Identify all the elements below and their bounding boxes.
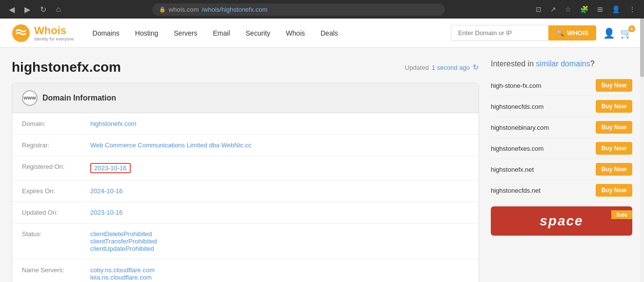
- address-bar[interactable]: 🔒 whois.com /whois/highstonefx.com: [152, 3, 445, 16]
- nav-email[interactable]: Email: [206, 25, 237, 41]
- info-card-title: Domain Information: [42, 94, 116, 102]
- field-value-registrar: Web Commerce Communications Limited dba …: [90, 135, 479, 156]
- buy-now-button[interactable]: Buy Now: [596, 163, 632, 176]
- field-label-registrar: Registrar:: [12, 135, 90, 156]
- field-value-name-servers: coby.ns.cloudflare.com leia.ns.cloudflar…: [90, 260, 479, 282]
- nameserver-2: leia.ns.cloudflare.com: [90, 274, 469, 281]
- similar-domain-row: highstonefx.net Buy Now: [491, 159, 632, 180]
- nav-security[interactable]: Security: [239, 25, 278, 41]
- similar-domain-name: highstonefxes.com: [491, 145, 543, 152]
- domain-link[interactable]: highstonefx.com: [90, 120, 137, 127]
- sale-banner[interactable]: space Sale: [491, 206, 632, 236]
- status-line-2: clientTransferProhibited: [90, 238, 469, 245]
- sale-badge: Sale: [611, 210, 632, 219]
- field-label-domain: Domain:: [12, 113, 90, 135]
- domain-title-row: highstonefx.com Updated 1 second ago ↻: [12, 60, 479, 75]
- back-button[interactable]: ◀: [6, 3, 18, 16]
- updated-highlight: 1: [432, 64, 435, 71]
- home-button[interactable]: ⌂: [53, 3, 64, 16]
- browser-chrome: ◀ ▶ ↻ ⌂ 🔒 whois.com /whois/highstonefx.c…: [0, 0, 644, 19]
- registered-date: 2023-10-16: [90, 163, 131, 173]
- field-label-updated-on: Updated On:: [12, 202, 90, 223]
- table-row: Domain: highstonefx.com: [12, 113, 479, 135]
- table-row: Registrar: Web Commerce Communications L…: [12, 135, 479, 156]
- status-line-3: clientUpdateProhibited: [90, 245, 469, 252]
- buy-now-button[interactable]: Buy Now: [596, 79, 632, 92]
- buy-now-button[interactable]: Buy Now: [596, 184, 632, 197]
- url-base: whois.com: [169, 6, 199, 13]
- nav-domains[interactable]: Domains: [86, 25, 126, 41]
- lock-icon: 🔒: [159, 6, 166, 13]
- extensions-icon[interactable]: 🧩: [578, 4, 591, 15]
- title-interested: Interested in: [491, 60, 534, 68]
- field-value-expires-on: 2024-10-16: [90, 181, 479, 202]
- similar-domain-row: highstonefxes.com Buy Now: [491, 138, 632, 159]
- search-button[interactable]: 🔍 WHOIS: [548, 25, 596, 40]
- search-button-label: WHOIS: [567, 29, 588, 37]
- url-path: /whois/highstonefx.com: [201, 6, 267, 13]
- similar-domain-row: highstonecfds.net Buy Now: [491, 180, 632, 201]
- similar-domain-name: highstonebinary.com: [491, 124, 549, 131]
- logo-text: Whois: [34, 24, 66, 37]
- similar-domain-name: high-stone-fx.com: [491, 82, 541, 89]
- field-value-status: clientDeleteProhibited clientTransferPro…: [90, 223, 479, 260]
- nav-deals[interactable]: Deals: [314, 25, 345, 41]
- field-value-domain: highstonefx.com: [90, 113, 479, 135]
- share-icon[interactable]: ↗: [548, 4, 559, 15]
- profile-icon[interactable]: 👤: [609, 4, 623, 15]
- site-header: Whois Identity for everyone Domains Host…: [0, 19, 644, 48]
- field-label-registered-on: Registered On:: [12, 156, 90, 181]
- logo-subtext: Identity for everyone: [34, 37, 74, 41]
- field-value-updated-on: 2023-10-16: [90, 202, 479, 223]
- reload-button[interactable]: ↻: [37, 3, 49, 16]
- main-content: highstonefx.com Updated 1 second ago ↻ W…: [0, 48, 644, 282]
- refresh-icon[interactable]: ↻: [473, 63, 479, 72]
- nav-servers[interactable]: Servers: [167, 25, 204, 41]
- similar-domain-name: highstonecfds.com: [491, 103, 543, 110]
- left-panel: highstonefx.com Updated 1 second ago ↻ W…: [12, 60, 479, 282]
- bookmark-icon[interactable]: ☆: [563, 4, 574, 15]
- similar-domain-row: highstonebinary.com Buy Now: [491, 117, 632, 138]
- cart-badge: 0: [628, 25, 635, 32]
- user-icon[interactable]: 👤: [603, 27, 615, 39]
- nameserver-1: coby.ns.cloudflare.com: [90, 266, 469, 274]
- search-icon: 🔍: [556, 29, 564, 37]
- scrollbar-thumb[interactable]: [640, 19, 644, 77]
- buy-now-button[interactable]: Buy Now: [596, 142, 632, 155]
- header-icons: 👤 🛒 0: [603, 27, 632, 39]
- similar-domain-name: highstonecfds.net: [491, 187, 541, 194]
- title-suffix: ?: [590, 60, 595, 68]
- table-row: Name Servers: coby.ns.cloudflare.com lei…: [12, 260, 479, 282]
- updated-prefix: Updated: [405, 64, 429, 71]
- info-table: Domain: highstonefx.com Registrar: Web C…: [12, 113, 479, 282]
- updated-link[interactable]: 1 second ago: [432, 64, 470, 71]
- www-icon: WWW: [22, 90, 38, 106]
- similar-domain-row: high-stone-fx.com Buy Now: [491, 75, 632, 96]
- main-nav: Domains Hosting Servers Email Security W…: [86, 25, 451, 41]
- registrar-link[interactable]: Web Commerce Communications Limited dba …: [90, 141, 251, 149]
- field-label-expires-on: Expires On:: [12, 181, 90, 202]
- translate-icon[interactable]: ⊡: [533, 4, 544, 15]
- buy-now-button[interactable]: Buy Now: [596, 121, 632, 134]
- similar-domains-title: Interested in similar domains?: [491, 60, 632, 68]
- similar-domain-row: highstonecfds.com Buy Now: [491, 96, 632, 117]
- logo-icon: [12, 24, 30, 42]
- table-row: Registered On: 2023-10-16: [12, 156, 479, 181]
- similar-domains-list: high-stone-fx.com Buy Now highstonecfds.…: [491, 75, 632, 201]
- search-input[interactable]: [451, 25, 548, 41]
- cart-icon[interactable]: 🛒 0: [620, 27, 632, 39]
- title-similar: similar domains: [536, 60, 590, 68]
- header-search: 🔍 WHOIS: [451, 25, 596, 41]
- split-icon[interactable]: ⊞: [595, 4, 605, 15]
- menu-icon[interactable]: ⋮: [626, 4, 638, 15]
- forward-button[interactable]: ▶: [21, 3, 33, 16]
- field-label-status: Status:: [12, 223, 90, 260]
- logo[interactable]: Whois Identity for everyone: [12, 24, 74, 42]
- nav-whois[interactable]: Whois: [279, 25, 312, 41]
- buy-now-button[interactable]: Buy Now: [596, 100, 632, 113]
- nav-hosting[interactable]: Hosting: [128, 25, 165, 41]
- domain-title: highstonefx.com: [12, 60, 121, 75]
- info-card-header: WWW Domain Information: [12, 83, 479, 113]
- similar-domain-name: highstonefx.net: [491, 166, 534, 173]
- field-label-name-servers: Name Servers:: [12, 260, 90, 282]
